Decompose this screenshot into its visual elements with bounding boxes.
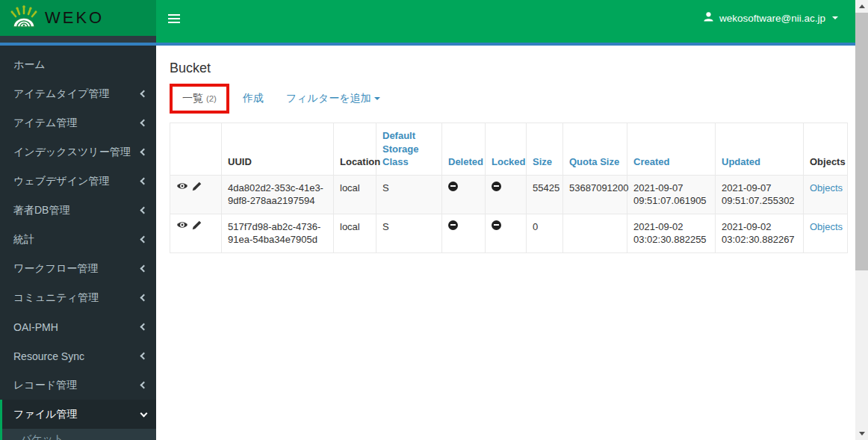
chevron-left-icon <box>140 207 148 214</box>
view-icon[interactable] <box>176 220 188 229</box>
minus-circle-icon <box>448 220 458 230</box>
cell-locked <box>486 214 527 252</box>
cell-uuid: 517f7d98-ab2c-4736-91ea-54ba34e7905d <box>222 214 334 252</box>
col-storage-class: Default Storage Class <box>376 123 442 176</box>
minus-circle-icon <box>492 220 501 230</box>
table-row: 517f7d98-ab2c-4736-91ea-54ba34e7905d loc… <box>170 214 848 252</box>
chevron-left-icon <box>140 353 148 360</box>
col-location: Location <box>334 123 376 176</box>
sidebar-item-home[interactable]: ホーム <box>0 50 156 79</box>
cell-quota-size: 53687091200 <box>563 175 627 214</box>
col-size: Size <box>527 123 563 176</box>
page-title: Bucket <box>170 61 860 76</box>
cell-updated: 2021-09-02 03:02:30.882267 <box>716 214 804 252</box>
user-icon <box>703 11 714 25</box>
col-objects: Objects <box>804 123 848 176</box>
objects-link[interactable]: Objects <box>810 221 843 232</box>
sidebar-item-community-mgmt[interactable]: コミュニティ管理 <box>0 283 156 312</box>
logo-bottom-strip <box>0 36 156 43</box>
col-actions <box>170 123 222 176</box>
tab-list-count: (2) <box>206 94 217 103</box>
weko-logo-icon <box>10 4 37 31</box>
cell-updated: 2021-09-07 09:51:07.255302 <box>716 175 804 214</box>
top-bar: WEKO wekosoftware@nii.ac.jp <box>0 0 868 43</box>
col-created: Created <box>627 123 716 176</box>
brand-logo[interactable]: WEKO <box>0 0 156 43</box>
bucket-table: UUID Location Default Storage Class Dele… <box>170 123 848 253</box>
cell-location: local <box>334 214 376 252</box>
minus-circle-icon <box>448 182 458 191</box>
edit-pencil-icon[interactable] <box>192 182 202 191</box>
chevron-down-icon <box>832 16 838 19</box>
table-row: 4da802d2-353c-41e3-9df8-278aa2197594 loc… <box>170 175 848 214</box>
vertical-scrollbar[interactable] <box>855 0 868 440</box>
chevron-down-icon <box>140 409 148 417</box>
chevron-left-icon <box>140 265 148 273</box>
sidebar-item-workflow-mgmt[interactable]: ワークフロー管理 <box>0 254 156 283</box>
tab-list[interactable]: 一覧 (2) <box>182 92 217 104</box>
cell-storage-class: S <box>376 214 442 252</box>
view-icon[interactable] <box>176 182 188 190</box>
navbar: wekosoftware@nii.ac.jp <box>156 0 868 43</box>
sidebar-item-authordb-mgmt[interactable]: 著者DB管理 <box>0 196 156 225</box>
sidebar-toggle-icon[interactable] <box>156 0 192 37</box>
sidebar-item-indextree-mgmt[interactable]: インデックスツリー管理 <box>0 137 156 167</box>
sidebar: ホーム アイテムタイプ管理 アイテム管理 インデックスツリー管理 ウェブデザイン… <box>0 46 156 440</box>
annotation-box: 一覧 (2) <box>170 84 229 114</box>
scrollbar-thumb[interactable] <box>855 13 868 270</box>
chevron-left-icon <box>140 294 148 302</box>
cell-size: 55425 <box>527 175 563 214</box>
sidebar-item-file-mgmt[interactable]: ファイル管理 <box>0 400 156 429</box>
cell-storage-class: S <box>376 175 442 214</box>
user-email: wekosoftware@nii.ac.jp <box>719 13 825 24</box>
cell-size: 0 <box>527 214 563 252</box>
caret-down-icon <box>374 97 380 100</box>
chevron-left-icon <box>140 90 148 98</box>
sidebar-item-resource-sync[interactable]: Resource Sync <box>0 341 156 371</box>
content-area: Bucket 一覧 (2) 作成 フィルターを追加 <box>156 46 868 440</box>
sidebar-item-statistics[interactable]: 統計 <box>0 225 156 254</box>
sidebar-item-oai-pmh[interactable]: OAI-PMH <box>0 312 156 341</box>
chevron-left-icon <box>140 120 148 127</box>
cell-quota-size <box>563 214 627 252</box>
sidebar-item-record-mgmt[interactable]: レコード管理 <box>0 371 156 400</box>
cell-created: 2021-09-07 09:51:07.061905 <box>627 175 716 214</box>
brand-name: WEKO <box>45 8 104 28</box>
table-header-row: UUID Location Default Storage Class Dele… <box>170 123 848 176</box>
tab-bar: 一覧 (2) 作成 フィルターを追加 <box>170 84 860 114</box>
chevron-left-icon <box>140 382 148 389</box>
scroll-down-icon[interactable] <box>855 427 868 440</box>
add-filter-dropdown[interactable]: フィルターを追加 <box>286 92 380 105</box>
cell-uuid: 4da802d2-353c-41e3-9df8-278aa2197594 <box>222 175 334 214</box>
edit-pencil-icon[interactable] <box>192 220 202 230</box>
col-updated: Updated <box>716 123 804 176</box>
cell-deleted <box>442 175 486 214</box>
chevron-left-icon <box>140 178 148 185</box>
tab-create[interactable]: 作成 <box>243 92 264 105</box>
sidebar-item-itemtype-mgmt[interactable]: アイテムタイプ管理 <box>0 79 156 108</box>
user-menu[interactable]: wekosoftware@nii.ac.jp <box>703 0 868 25</box>
col-uuid: UUID <box>222 123 334 176</box>
cell-created: 2021-09-02 03:02:30.882255 <box>627 214 716 252</box>
sidebar-item-webdesign-mgmt[interactable]: ウェブデザイン管理 <box>0 167 156 196</box>
col-deleted: Deleted <box>442 123 486 176</box>
chevron-left-icon <box>140 236 148 244</box>
sidebar-subitem-bucket[interactable]: バケット <box>2 429 156 440</box>
chevron-left-icon <box>140 149 148 156</box>
sidebar-item-item-mgmt[interactable]: アイテム管理 <box>0 108 156 137</box>
cell-deleted <box>442 214 486 252</box>
col-quota-size: Quota Size <box>563 123 627 176</box>
chevron-left-icon <box>140 323 148 331</box>
sidebar-submenu-partial: バケット <box>0 429 156 440</box>
cell-locked <box>486 175 527 214</box>
minus-circle-icon <box>492 182 501 191</box>
scroll-up-icon[interactable] <box>855 0 868 13</box>
objects-link[interactable]: Objects <box>810 182 843 193</box>
col-locked: Locked <box>486 123 527 176</box>
cell-location: local <box>334 175 376 214</box>
